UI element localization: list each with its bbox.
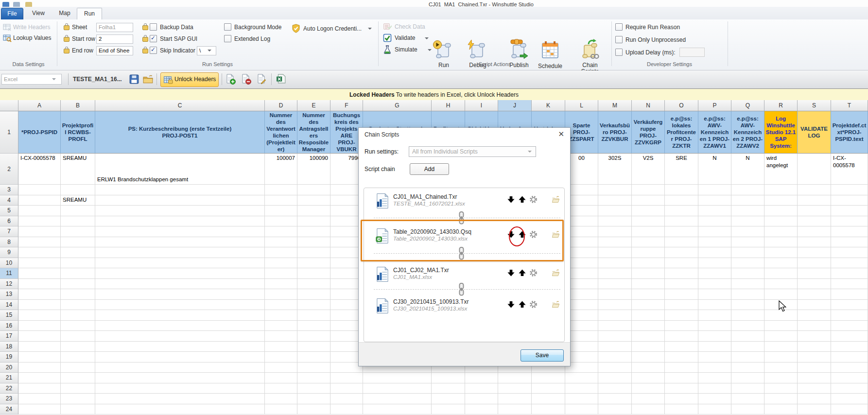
background-mode-checkbox[interactable] xyxy=(224,23,231,31)
open-file-icon[interactable] xyxy=(552,269,560,277)
cell-N23[interactable] xyxy=(632,394,665,404)
row-header-19[interactable]: 19 xyxy=(0,352,18,363)
cell-P8[interactable] xyxy=(698,237,731,248)
cell-T6[interactable] xyxy=(831,216,868,227)
cell-L23[interactable] xyxy=(565,394,598,404)
cell-A18[interactable] xyxy=(18,342,61,352)
cell-C2[interactable]: ERLW1 Brandschutzklappen gesamt xyxy=(95,154,265,185)
cell-K23[interactable] xyxy=(532,394,565,404)
cell-D5[interactable] xyxy=(265,206,297,216)
cell-S3[interactable] xyxy=(798,185,831,195)
cell-N10[interactable] xyxy=(632,258,665,269)
cell-K22[interactable] xyxy=(532,383,565,394)
cell-N9[interactable] xyxy=(632,247,665,258)
cell-R6[interactable] xyxy=(764,216,798,227)
cell-E19[interactable] xyxy=(297,352,330,363)
cell-R23[interactable] xyxy=(764,394,798,404)
cell-S20[interactable] xyxy=(798,363,831,373)
column-header-P[interactable]: P xyxy=(698,100,731,111)
cell-M22[interactable] xyxy=(598,383,632,394)
cell-A6[interactable] xyxy=(18,216,61,227)
cell-M21[interactable] xyxy=(598,373,632,383)
add-script-button[interactable]: Add xyxy=(410,163,449,175)
cell-N4[interactable] xyxy=(632,195,665,206)
cell-B12[interactable] xyxy=(61,279,95,290)
cell-R4[interactable] xyxy=(764,195,798,206)
cell-Q24[interactable] xyxy=(731,404,764,415)
cell-M7[interactable] xyxy=(598,226,632,237)
cell-C3[interactable] xyxy=(95,185,265,195)
column-header-J[interactable]: J xyxy=(498,100,532,111)
cell-H22[interactable] xyxy=(432,383,465,394)
cell-D19[interactable] xyxy=(265,352,297,363)
cell-T24[interactable] xyxy=(831,404,868,415)
cell-Q17[interactable] xyxy=(731,331,764,342)
cell-A4[interactable] xyxy=(18,195,61,206)
cell-S23[interactable] xyxy=(798,394,831,404)
unlock-headers-button[interactable]: Unlock Headers xyxy=(160,72,219,87)
cell-M17[interactable] xyxy=(598,331,632,342)
row-header-6[interactable]: 6 xyxy=(0,216,18,227)
cell-O9[interactable] xyxy=(665,247,698,258)
cell-E11[interactable] xyxy=(297,268,330,279)
cell-A21[interactable] xyxy=(18,373,61,383)
cell-B18[interactable] xyxy=(61,342,95,352)
cell-E18[interactable] xyxy=(297,342,330,352)
cell-R9[interactable] xyxy=(764,247,798,258)
open-file-icon[interactable] xyxy=(552,195,560,204)
cell-E21[interactable] xyxy=(297,373,330,383)
cell-D2[interactable]: 100007 xyxy=(265,154,297,185)
cell-I24[interactable] xyxy=(465,404,498,415)
cell-A16[interactable] xyxy=(18,321,61,331)
cell-M4[interactable] xyxy=(598,195,632,206)
select-all-corner[interactable] xyxy=(0,100,18,111)
cell-O17[interactable] xyxy=(665,331,698,342)
cell-A14[interactable] xyxy=(18,300,61,311)
cell-P22[interactable] xyxy=(698,383,731,394)
cell-R21[interactable] xyxy=(764,373,798,383)
cell-Q5[interactable] xyxy=(731,206,764,216)
cell-D21[interactable] xyxy=(265,373,297,383)
cell-A10[interactable] xyxy=(18,258,61,269)
validate-button[interactable]: Validate xyxy=(395,35,415,41)
cell-A5[interactable] xyxy=(18,206,61,216)
cell-P19[interactable] xyxy=(698,352,731,363)
tab-file[interactable]: File xyxy=(1,8,23,20)
cell-O16[interactable] xyxy=(665,321,698,331)
cell-G24[interactable] xyxy=(363,404,432,415)
cell-Q6[interactable] xyxy=(731,216,764,227)
cell-P18[interactable] xyxy=(698,342,731,352)
upload-delay-checkbox[interactable] xyxy=(615,49,623,56)
cell-O21[interactable] xyxy=(665,373,698,383)
cell-A20[interactable] xyxy=(18,363,61,373)
cell-C12[interactable] xyxy=(95,279,265,290)
cell-R18[interactable] xyxy=(764,342,798,352)
settings-gear-icon[interactable] xyxy=(529,269,538,277)
cell-T17[interactable] xyxy=(831,331,868,342)
cell-C4[interactable] xyxy=(95,195,265,206)
cell-S6[interactable] xyxy=(798,216,831,227)
row-header-15[interactable]: 15 xyxy=(0,310,18,321)
cell-B14[interactable] xyxy=(61,300,95,311)
cell-A19[interactable] xyxy=(18,352,61,363)
end-row-input[interactable]: End of Shee xyxy=(96,46,133,55)
edit-data-file-icon[interactable] xyxy=(257,74,265,85)
cell-B3[interactable] xyxy=(61,185,95,195)
cell-A1[interactable]: *PROJ-PSPID xyxy=(18,111,61,154)
cell-T8[interactable] xyxy=(831,237,868,248)
auto-logon-caret-icon[interactable] xyxy=(368,28,372,30)
cell-C20[interactable] xyxy=(95,363,265,373)
cell-T19[interactable] xyxy=(831,352,868,363)
cell-J24[interactable] xyxy=(498,404,532,415)
cell-B19[interactable] xyxy=(61,352,95,363)
cell-T12[interactable] xyxy=(831,279,868,290)
cell-B7[interactable] xyxy=(61,226,95,237)
cell-D15[interactable] xyxy=(265,310,297,321)
cell-C21[interactable] xyxy=(95,373,265,383)
cell-M1[interactable]: Verkaufsbüro PROJ-ZZVKBUR xyxy=(598,111,632,154)
cell-B5[interactable] xyxy=(61,206,95,216)
cell-A24[interactable] xyxy=(18,404,61,415)
cell-T18[interactable] xyxy=(831,342,868,352)
cell-B17[interactable] xyxy=(61,331,95,342)
cell-D24[interactable] xyxy=(265,404,297,415)
